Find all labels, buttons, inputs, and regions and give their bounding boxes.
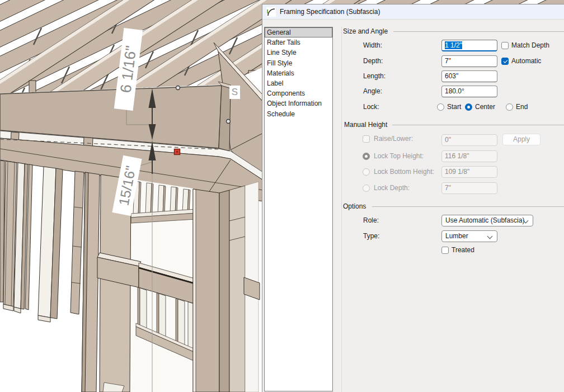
roof-blocking — [29, 81, 36, 94]
edge-handle[interactable] — [176, 86, 180, 90]
lock-start-label: Start — [447, 103, 461, 111]
lock-center-radio[interactable] — [465, 103, 472, 111]
dialog-nav-panel: General Rafter Tails Line Style Fill Sty… — [264, 27, 333, 391]
lock-top-height-field: 116 1/8" — [441, 150, 497, 162]
automatic-label: Automatic — [511, 57, 541, 65]
lock-bottom-height-field: 109 1/8" — [441, 166, 497, 178]
framing-specification-dialog: Framing Specification (Subfascia) Genera… — [262, 4, 564, 392]
width-field[interactable]: 1 1/2" — [441, 40, 497, 51]
nav-item-object-information[interactable]: Object Information — [265, 98, 332, 108]
nav-item-rafter-tails[interactable]: Rafter Tails — [265, 37, 332, 48]
section-manual-height: Manual Height — [344, 121, 387, 129]
role-dropdown[interactable]: Use Automatic (Subfascia) — [441, 215, 533, 226]
raise-lower-label: Raise/Lower: — [374, 135, 413, 143]
chevron-down-icon — [487, 234, 493, 239]
match-depth-checkbox[interactable] — [501, 42, 509, 49]
angle-field[interactable]: 180.0° — [441, 86, 497, 97]
nav-item-schedule[interactable]: Schedule — [265, 109, 332, 119]
treated-checkbox[interactable] — [441, 247, 449, 254]
lock-top-height-radio — [363, 153, 370, 160]
dialog-body: General Rafter Tails Line Style Fill Sty… — [262, 20, 564, 392]
nav-item-materials[interactable]: Materials — [265, 68, 332, 78]
nav-item-fill-style[interactable]: Fill Style — [265, 58, 332, 68]
dialog-titlebar[interactable]: Framing Specification (Subfascia) — [262, 4, 564, 20]
width-label: Width: — [363, 41, 382, 49]
nav-item-label[interactable]: Label — [265, 78, 332, 88]
angle-label: Angle: — [363, 87, 382, 95]
edge-handle[interactable] — [227, 120, 231, 124]
dialog-title: Framing Specification (Subfascia) — [280, 8, 380, 16]
lock-depth-field: 7" — [441, 182, 497, 194]
apply-button: Apply — [502, 134, 540, 145]
section-options: Options — [343, 202, 366, 210]
lock-end-radio[interactable] — [506, 103, 513, 111]
nav-item-general[interactable]: General — [265, 27, 332, 37]
lock-label: Lock: — [363, 103, 379, 111]
lock-center-label: Center — [475, 103, 495, 111]
match-depth-label: Match Depth — [511, 41, 549, 49]
right-post-wall — [193, 182, 260, 392]
panel-splitter[interactable] — [341, 27, 342, 392]
automatic-checkbox[interactable] — [501, 58, 509, 65]
lock-depth-label: Lock Depth: — [374, 184, 410, 192]
lock-start-radio[interactable] — [437, 103, 444, 111]
nav-item-components[interactable]: Components — [265, 88, 332, 98]
treated-label: Treated — [452, 246, 474, 254]
depth-label: Depth: — [363, 57, 383, 65]
framing-tool-icon — [266, 7, 276, 17]
section-size-and-angle: Size and Angle — [343, 27, 388, 35]
lock-top-height-label: Lock Top Height: — [374, 152, 424, 160]
length-label: Length: — [363, 72, 386, 80]
length-field[interactable]: 603" — [441, 70, 497, 82]
raise-lower-checkbox — [363, 135, 370, 143]
lock-bottom-height-radio — [363, 168, 370, 176]
lock-bottom-height-label: Lock Bottom Height: — [374, 168, 434, 176]
nav-item-line-style[interactable]: Line Style — [265, 48, 332, 58]
type-dropdown[interactable]: Lumber — [441, 230, 497, 242]
raise-lower-field: 0" — [441, 134, 497, 146]
lock-end-label: End — [516, 103, 528, 111]
role-label: Role: — [363, 216, 379, 224]
stud-marker-label: S — [229, 86, 240, 99]
depth-field[interactable]: 7" — [441, 55, 497, 67]
lock-depth-radio — [363, 185, 370, 192]
type-label: Type: — [363, 232, 379, 240]
